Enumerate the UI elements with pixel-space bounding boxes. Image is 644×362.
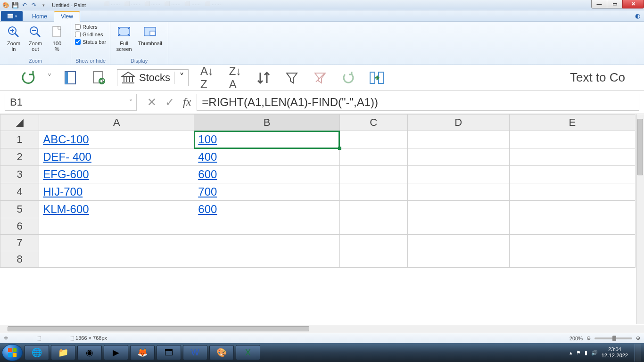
cell[interactable]	[509, 251, 635, 268]
cell-selected[interactable]: 100	[194, 131, 339, 148]
zoom-100-button[interactable]: 100%	[47, 24, 67, 52]
thumbnail-button[interactable]: Thumbnail	[136, 24, 164, 46]
show-desktop-button[interactable]	[635, 344, 641, 362]
zoom-in-btn[interactable]: ⊕	[636, 335, 640, 341]
spreadsheet-grid[interactable]: ◢ A B C D E 1ABC-100100 2DEF- 400 400 3E…	[0, 114, 636, 324]
row-header[interactable]: 4	[0, 183, 39, 201]
check-statusbar[interactable]: Status bar	[75, 39, 106, 45]
slider-thumb[interactable]	[612, 336, 616, 341]
cell[interactable]: 700	[194, 183, 339, 201]
cell[interactable]	[194, 235, 339, 251]
cell[interactable]: 400	[194, 148, 339, 166]
cell[interactable]: 600	[194, 166, 339, 183]
paint-canvas[interactable]: ˅ Stocks ˅ A↓Z Z↓A Text to Co B1 ˅ ✕ ✓ f…	[0, 65, 644, 333]
tray-volume-icon[interactable]: 🔊	[591, 350, 598, 356]
cell[interactable]	[407, 166, 509, 183]
cell[interactable]	[509, 235, 635, 251]
row-header[interactable]: 6	[0, 218, 39, 235]
sort-za-icon[interactable]: Z↓A	[225, 68, 245, 88]
clear-filter-icon[interactable]	[310, 68, 330, 88]
full-screen-button[interactable]: Fullscreen	[114, 24, 134, 52]
reapply-icon[interactable]	[339, 68, 358, 88]
taskbar-word[interactable]: W	[183, 345, 207, 360]
cell[interactable]	[407, 148, 509, 166]
cell[interactable]	[407, 183, 509, 201]
chevron-down-icon[interactable]: ˅	[174, 72, 184, 84]
properties-icon[interactable]	[60, 68, 80, 88]
taskbar-media[interactable]: ▶	[104, 345, 128, 360]
zoom-slider[interactable]	[594, 337, 632, 339]
tray-flag-icon[interactable]: ⚑	[576, 350, 581, 356]
cell[interactable]: HIJ-700	[39, 183, 194, 201]
cell[interactable]: 600	[194, 201, 339, 218]
accept-formula-icon[interactable]: ✓	[165, 96, 174, 109]
cell[interactable]	[339, 148, 407, 166]
zoom-out-btn[interactable]: ⊖	[586, 335, 591, 341]
maximize-button[interactable]: ▭	[607, 0, 623, 8]
start-button[interactable]	[2, 344, 23, 361]
taskbar-excel[interactable]: X	[236, 345, 260, 360]
check-gridlines[interactable]: Gridlines	[75, 31, 103, 38]
cell[interactable]	[39, 251, 194, 268]
tray-clock[interactable]: 23:04 12-12-2022	[602, 346, 628, 359]
cell[interactable]	[339, 201, 407, 218]
row-header[interactable]: 5	[0, 201, 39, 218]
tab-home[interactable]: Home	[25, 12, 54, 21]
taskbar-ie[interactable]: 🌐	[25, 345, 49, 360]
redo-icon[interactable]: ↷	[30, 1, 38, 9]
qat-dropdown-icon[interactable]: ▾	[40, 1, 47, 9]
zoom-in-button[interactable]: Zoomin	[4, 24, 24, 52]
row-header[interactable]: 1	[0, 131, 39, 148]
scrollbar-thumb[interactable]	[637, 119, 643, 175]
sort-icon[interactable]	[254, 68, 273, 88]
scrollbar-thumb[interactable]	[8, 326, 309, 331]
cell[interactable]	[339, 251, 407, 268]
taskbar-firefox[interactable]: 🦊	[130, 345, 155, 360]
cell[interactable]	[509, 218, 635, 235]
tray-chevron-icon[interactable]: ▴	[570, 350, 572, 356]
row-header[interactable]: 7	[0, 235, 39, 251]
save-icon[interactable]: 💾	[11, 1, 19, 9]
cell[interactable]	[339, 218, 407, 235]
cell[interactable]	[39, 235, 194, 251]
refresh-icon[interactable]	[19, 68, 39, 88]
tab-view[interactable]: View	[54, 11, 80, 22]
taskbar-app[interactable]: 🗔	[157, 345, 181, 360]
cell[interactable]	[509, 148, 635, 166]
edit-links-icon[interactable]	[89, 68, 108, 88]
horizontal-scrollbar[interactable]	[0, 325, 644, 333]
cell[interactable]	[339, 183, 407, 201]
undo-icon[interactable]: ↶	[21, 1, 28, 9]
close-button[interactable]: ✕	[622, 0, 644, 8]
help-icon[interactable]: ◐	[635, 12, 640, 19]
file-tab[interactable]	[1, 11, 23, 21]
stocks-datatype-button[interactable]: Stocks ˅	[117, 69, 189, 86]
col-header-C[interactable]: C	[339, 115, 407, 131]
cell[interactable]	[407, 131, 509, 148]
fx-icon[interactable]: fx	[183, 96, 191, 108]
cell[interactable]	[509, 166, 635, 183]
cancel-formula-icon[interactable]: ✕	[147, 96, 157, 109]
cell[interactable]	[407, 218, 509, 235]
col-header-A[interactable]: A	[39, 115, 194, 131]
check-rulers[interactable]: Rulers	[75, 24, 98, 30]
cell[interactable]	[407, 201, 509, 218]
filter-icon[interactable]	[282, 68, 302, 88]
cell[interactable]	[39, 218, 194, 235]
cell[interactable]	[339, 166, 407, 183]
formula-input[interactable]: =RIGHT(A1,LEN(A1)-FIND("-",A1))	[197, 94, 639, 111]
name-box[interactable]: B1 ˅	[5, 94, 137, 111]
taskbar-chrome[interactable]: ◉	[77, 345, 102, 360]
minimize-button[interactable]: —	[591, 0, 607, 8]
row-header[interactable]: 3	[0, 166, 39, 183]
row-header[interactable]: 2	[0, 148, 39, 166]
cell[interactable]	[339, 235, 407, 251]
cell[interactable]	[339, 131, 407, 148]
cell[interactable]	[194, 218, 339, 235]
select-all-corner[interactable]: ◢	[0, 115, 39, 131]
cell[interactable]: ABC-100	[39, 131, 194, 148]
cell[interactable]	[509, 201, 635, 218]
vertical-scrollbar[interactable]	[636, 114, 644, 324]
sort-az-icon[interactable]: A↓Z	[197, 68, 217, 88]
cell[interactable]: EFG-600	[39, 166, 194, 183]
